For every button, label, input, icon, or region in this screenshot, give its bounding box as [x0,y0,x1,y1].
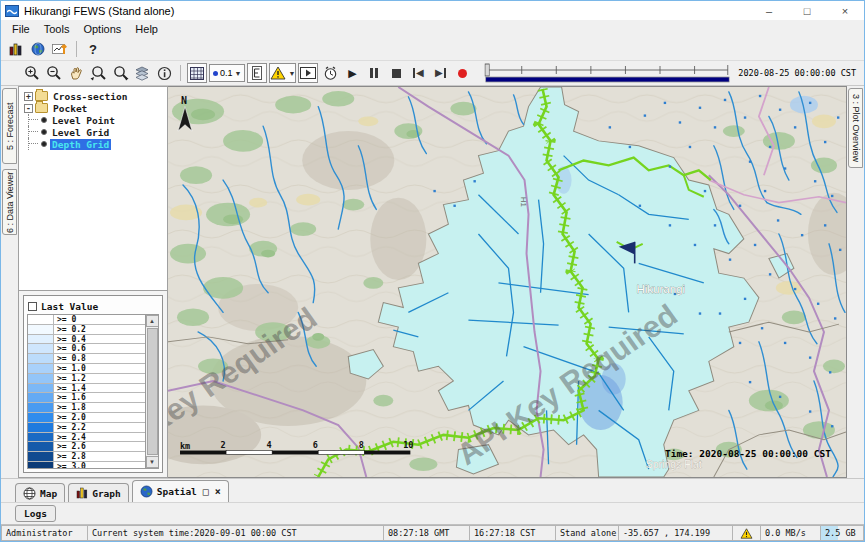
right-tab-strip: 3 : Plot Overview [847,86,864,478]
warning-icon[interactable]: ▼ [269,63,296,83]
time-slider[interactable] [483,62,732,84]
node-dot-icon [41,117,47,123]
tree-item-level-grid[interactable]: Level Grid [22,126,167,138]
legend-class-list: >= 0>= 0.2>= 0.4>= 0.6>= 0.8>= 1.0>= 1.2… [28,315,145,468]
map-time-overlay: Time: 2020-08-25 00:00:00 CST [665,449,831,460]
tree-item-level-point[interactable]: Level Point [22,114,167,126]
legend-swatch [28,335,54,344]
map-canvas[interactable]: API Key Required API Key Required H1 Hik… [168,87,846,477]
status-local-time: 16:27:18 CST [469,525,555,541]
legend-class-label: >= 2.2 [54,423,145,432]
town-label: Hikurangi [636,283,685,295]
status-mode: Stand alone [555,525,618,541]
last-value-checkbox[interactable] [28,302,37,311]
info-icon[interactable] [154,63,174,83]
legend-scrollbar[interactable]: ▲ ▼ [145,315,158,468]
tree-item-depth-grid[interactable]: Depth Grid [22,138,167,150]
legend-swatch [28,374,54,383]
legend-swatch [28,325,54,334]
movie-icon[interactable] [298,63,318,83]
map-view[interactable]: API Key Required API Key Required H1 Hik… [168,86,847,478]
tree-item-label[interactable]: Level Grid [50,127,111,138]
stop-icon[interactable] [386,63,406,83]
legend-row: >= 1.2 [28,374,145,384]
legend-row: >= 0 [28,315,145,325]
record-icon[interactable] [452,63,472,83]
layers-icon[interactable] [132,63,152,83]
class-breaks-dropdown[interactable]: 0.1 ▼ [209,64,245,82]
tree-item-label[interactable]: Depth Grid [50,139,111,150]
legend-row: >= 3.0 [28,462,145,468]
legend-row: >= 1.4 [28,384,145,394]
tab-close-icon[interactable]: × [215,486,221,497]
logs-button[interactable]: Logs [15,505,56,522]
tree-item-cross-section[interactable]: +Cross-section [22,90,167,102]
legend-row: >= 0.4 [28,335,145,345]
timer-icon[interactable] [320,63,340,83]
tree-item-label[interactable]: Level Point [50,115,117,126]
app-logo-icon [5,5,19,17]
tree-item-label[interactable]: Cross-section [51,91,129,102]
grid-icon[interactable] [187,63,207,83]
legend-swatch [28,423,54,432]
database-icon[interactable] [6,39,26,59]
collapse-icon[interactable]: - [24,104,33,113]
scroll-up-icon[interactable]: ▲ [146,315,159,327]
close-button[interactable]: × [826,1,864,20]
timeseries-icon[interactable] [50,39,70,59]
legend-row: >= 1.6 [28,393,145,403]
legend-icon[interactable] [247,63,267,83]
menu-help[interactable]: Help [128,22,165,36]
status-warning-icon[interactable] [732,525,760,541]
step-back-icon[interactable]: ◀ [408,63,428,83]
play-icon[interactable]: ▶ [342,63,362,83]
node-dot-icon [41,129,47,135]
tab-data-viewer[interactable]: 6 : Data Viewer [2,169,17,235]
tree-connector [28,138,40,150]
legend-class-label: >= 0.2 [54,325,145,334]
tree-item-label[interactable]: Pocket [51,103,89,114]
menu-tools[interactable]: Tools [37,22,77,36]
tab-plot-overview[interactable]: 3 : Plot Overview [848,88,863,168]
tab-spatial[interactable]: Spatial □ × [132,480,229,502]
tab-maximize-icon[interactable]: □ [203,486,209,497]
tab-forecast[interactable]: 5 : Forecast [2,88,17,164]
data-viewer-panel: +Cross-section-PocketLevel PointLevel Gr… [18,86,168,478]
zoom-in-icon[interactable] [22,63,42,83]
filter-tree: +Cross-section-PocketLevel PointLevel Gr… [19,87,167,291]
zoom-previous-icon[interactable] [88,63,108,83]
minimize-button[interactable]: – [750,1,788,20]
folder-icon [35,91,48,101]
legend-class-label: >= 2.0 [54,413,145,422]
pan-icon[interactable] [66,63,86,83]
tab-map[interactable]: Map [15,483,65,502]
legend-class-label: >= 3.0 [54,462,145,468]
scrollbar-thumb[interactable] [147,328,158,455]
menu-options[interactable]: Options [76,22,128,36]
pause-icon[interactable] [364,63,384,83]
legend-swatch [28,442,54,451]
zoom-next-icon[interactable] [110,63,130,83]
step-forward-icon[interactable]: ▶ [430,63,450,83]
maximize-button[interactable]: □ [788,1,826,20]
bottom-tab-bar: Map Graph Spatial □ × [1,478,864,502]
tab-graph[interactable]: Graph [68,483,129,502]
map-globe-icon[interactable] [28,39,48,59]
tree-item-pocket[interactable]: -Pocket [22,102,167,114]
legend-panel: Last Value >= 0>= 0.2>= 0.4>= 0.6>= 0.8>… [19,291,167,477]
legend-swatch [28,413,54,422]
scroll-down-icon[interactable]: ▼ [146,456,159,468]
window-title: Hikurangi FEWS (Stand alone) [24,5,174,17]
menu-file[interactable]: File [5,22,37,36]
legend-row: >= 0.6 [28,344,145,354]
zoom-out-icon[interactable] [44,63,64,83]
logs-row: Logs [1,502,864,524]
expand-icon[interactable]: + [24,92,33,101]
legend-class-label: >= 1.0 [54,364,145,373]
tab-spatial-label: Spatial [157,486,197,497]
class-dot-icon [213,71,218,76]
flat-label: Springs Flat [646,459,702,470]
legend-row: >= 0.8 [28,354,145,364]
tree-connector [28,114,40,126]
help-icon[interactable]: ? [83,39,103,59]
